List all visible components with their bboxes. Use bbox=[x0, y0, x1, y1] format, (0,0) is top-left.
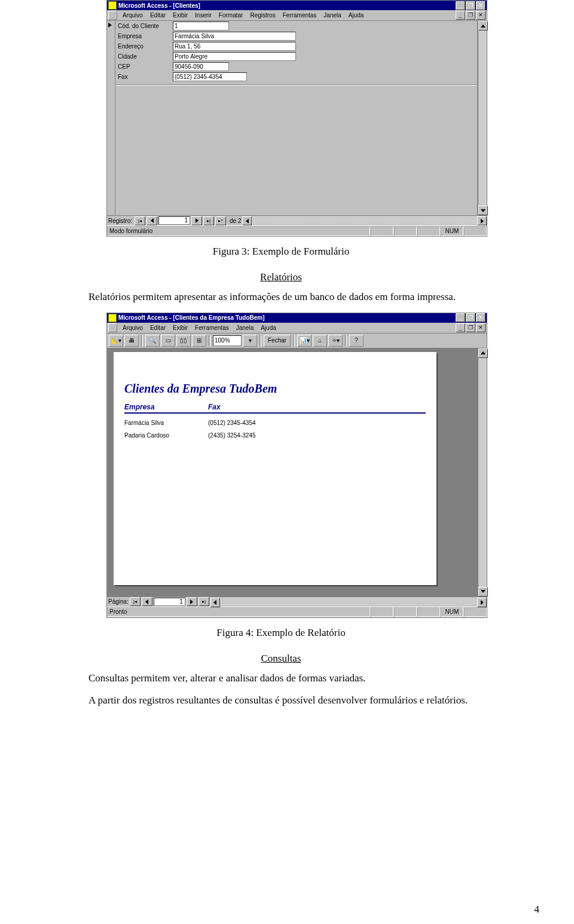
mdi-system-icon[interactable] bbox=[108, 11, 117, 20]
close-button[interactable]: ✕ bbox=[476, 1, 486, 10]
menu-ferramentas[interactable]: Ferramentas bbox=[191, 324, 233, 332]
menu-editar[interactable]: Editar bbox=[146, 324, 169, 332]
nav-last-page-button[interactable]: ▸| bbox=[199, 597, 209, 606]
window-title: Microsoft Access - [Clientes] bbox=[118, 2, 456, 9]
mdi-restore-button[interactable]: ❐ bbox=[466, 323, 475, 332]
menu-ferramentas[interactable]: Ferramentas bbox=[279, 11, 320, 19]
scroll-track[interactable] bbox=[478, 358, 487, 587]
report-header-fax: Fax bbox=[208, 403, 304, 411]
current-record-marker-icon bbox=[108, 23, 112, 27]
nav-next-button[interactable] bbox=[191, 216, 202, 225]
report-header-empresa: Empresa bbox=[124, 403, 208, 411]
mdi-restore-button[interactable]: ❐ bbox=[466, 11, 475, 20]
one-page-button[interactable]: ▭ bbox=[161, 335, 175, 347]
status-cell-1 bbox=[371, 227, 393, 236]
section-consultas-title: Consultas bbox=[60, 652, 502, 666]
close-button[interactable]: ✕ bbox=[476, 313, 486, 322]
status-num: NUM bbox=[441, 227, 463, 236]
restore-button[interactable]: ❐ bbox=[466, 1, 475, 10]
nav-next-page-button[interactable] bbox=[187, 597, 197, 606]
menu-editar[interactable]: Editar bbox=[146, 11, 169, 19]
restore-button[interactable]: ❐ bbox=[466, 313, 475, 322]
menu-ajuda[interactable]: Ajuda bbox=[257, 324, 280, 332]
status-num: NUM bbox=[441, 607, 463, 617]
nav-prev-button[interactable] bbox=[146, 216, 157, 225]
report-cell-empresa: Padaria Cardoso bbox=[124, 432, 208, 439]
menu-exibir[interactable]: Exibir bbox=[169, 324, 191, 332]
scroll-down-button[interactable] bbox=[478, 206, 488, 215]
figure-3-caption: Figura 3: Exemplo de Formulário bbox=[60, 245, 502, 259]
nav-new-button[interactable]: ▸* bbox=[215, 216, 226, 225]
office-links-button[interactable]: 📊▾ bbox=[297, 335, 312, 347]
mdi-close-button[interactable]: ✕ bbox=[476, 11, 486, 20]
page-label: Página: bbox=[108, 598, 129, 605]
status-cell-1 bbox=[371, 607, 393, 617]
close-preview-button[interactable]: Fechar bbox=[264, 335, 291, 347]
print-button[interactable]: 🖶 bbox=[124, 335, 139, 347]
access-key-icon bbox=[108, 1, 117, 10]
scroll-up-button[interactable] bbox=[478, 21, 488, 30]
minimize-button[interactable]: _ bbox=[456, 1, 465, 10]
relatorios-paragraph: Relatórios permitem apresentar as inform… bbox=[60, 290, 502, 304]
mdi-minimize-button[interactable]: _ bbox=[456, 323, 465, 332]
zoom-combo[interactable]: 100% bbox=[213, 335, 242, 346]
horizontal-scrollbar[interactable] bbox=[210, 598, 487, 606]
menu-inserir[interactable]: Inserir bbox=[191, 11, 215, 19]
field-cidade[interactable]: Porto Alegre bbox=[173, 52, 296, 61]
scroll-h-track[interactable] bbox=[220, 598, 477, 606]
nav-last-button[interactable]: ▸| bbox=[203, 216, 214, 225]
field-endereco[interactable]: Rua 1, 56 bbox=[173, 42, 296, 51]
page-navigation-bar: Página: |◂ 1 ▸| bbox=[107, 596, 487, 607]
report-page[interactable]: Clientes da Empresa TudoBem Empresa Fax … bbox=[114, 352, 436, 585]
menu-arquivo[interactable]: Arquivo bbox=[119, 11, 146, 19]
menu-ajuda[interactable]: Ajuda bbox=[345, 11, 368, 19]
new-object-button[interactable]: ✧▾ bbox=[328, 335, 343, 347]
report-row: Farmácia Silva (0512) 2345-4354 bbox=[124, 420, 426, 426]
mdi-minimize-button[interactable]: _ bbox=[456, 11, 465, 20]
zoom-dropdown-button[interactable]: ▾ bbox=[243, 335, 257, 347]
page-number-input[interactable]: 1 bbox=[154, 598, 185, 606]
record-selector[interactable] bbox=[107, 21, 115, 215]
minimize-button[interactable]: _ bbox=[456, 313, 465, 322]
field-fax[interactable]: (0512) 2345-4354 bbox=[173, 72, 247, 81]
menu-registros[interactable]: Registros bbox=[246, 11, 279, 19]
record-number-input[interactable]: 1 bbox=[158, 216, 190, 225]
label-cep: CEP bbox=[115, 63, 173, 70]
titlebar: Microsoft Access - [Clientes da Empresa … bbox=[107, 313, 487, 323]
vertical-scrollbar[interactable] bbox=[478, 348, 487, 596]
scroll-right-button[interactable] bbox=[477, 598, 487, 607]
nav-first-page-button[interactable]: |◂ bbox=[130, 597, 141, 606]
scroll-track[interactable] bbox=[478, 30, 487, 206]
window-title: Microsoft Access - [Clientes da Empresa … bbox=[118, 314, 456, 321]
mdi-system-icon[interactable] bbox=[108, 323, 117, 332]
scroll-right-button[interactable] bbox=[477, 216, 487, 225]
field-cep[interactable]: 90456-090 bbox=[173, 62, 229, 71]
menu-janela[interactable]: Janela bbox=[233, 324, 257, 332]
two-pages-button[interactable]: ▯▯ bbox=[176, 335, 191, 347]
help-button[interactable]: ? bbox=[349, 335, 364, 347]
menu-arquivo[interactable]: Arquivo bbox=[119, 324, 146, 332]
scroll-left-button[interactable] bbox=[210, 598, 220, 607]
field-cod-cliente[interactable]: 1 bbox=[173, 22, 229, 30]
nav-prev-page-button[interactable] bbox=[142, 597, 152, 606]
menu-exibir[interactable]: Exibir bbox=[169, 11, 191, 19]
report-preview-area: Clientes da Empresa TudoBem Empresa Fax … bbox=[107, 348, 487, 596]
db-window-button[interactable]: ⌂ bbox=[313, 335, 327, 347]
menu-janela[interactable]: Janela bbox=[320, 11, 344, 19]
form-body: Cód. do Cliente 1 Empresa Farmácia Silva… bbox=[115, 21, 478, 215]
section-relatorios-title: Relatórios bbox=[60, 271, 502, 284]
multi-pages-button[interactable]: ⊞ bbox=[192, 335, 206, 347]
scroll-down-button[interactable] bbox=[478, 587, 488, 596]
nav-first-button[interactable]: |◂ bbox=[135, 216, 145, 225]
scroll-left-button[interactable] bbox=[242, 216, 252, 225]
menu-formatar[interactable]: Formatar bbox=[215, 11, 247, 19]
record-label: Registro: bbox=[108, 218, 132, 224]
field-empresa[interactable]: Farmácia Silva bbox=[173, 32, 296, 41]
zoom-magnifier-button[interactable]: 🔍 bbox=[145, 335, 160, 347]
scroll-h-track[interactable] bbox=[252, 216, 477, 225]
vertical-scrollbar[interactable] bbox=[478, 21, 487, 215]
mdi-close-button[interactable]: ✕ bbox=[476, 323, 486, 332]
horizontal-scrollbar[interactable] bbox=[242, 216, 487, 225]
view-button[interactable]: 📐▾ bbox=[109, 335, 123, 347]
scroll-up-button[interactable] bbox=[478, 348, 488, 358]
